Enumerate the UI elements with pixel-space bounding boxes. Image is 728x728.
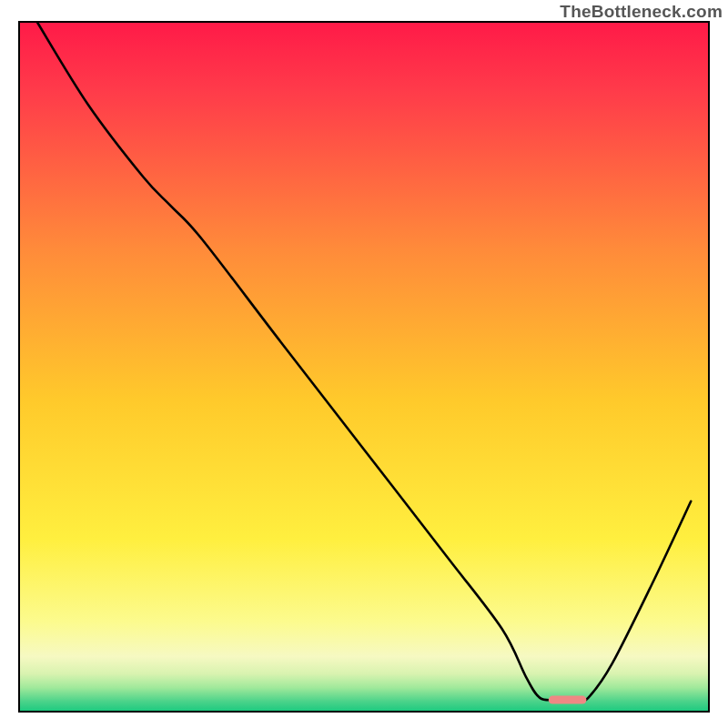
bottleneck-chart <box>0 0 728 728</box>
attribution-text: TheBottleneck.com <box>560 2 723 22</box>
plot-background-gradient <box>19 22 709 712</box>
optimal-zone-marker <box>549 696 587 704</box>
